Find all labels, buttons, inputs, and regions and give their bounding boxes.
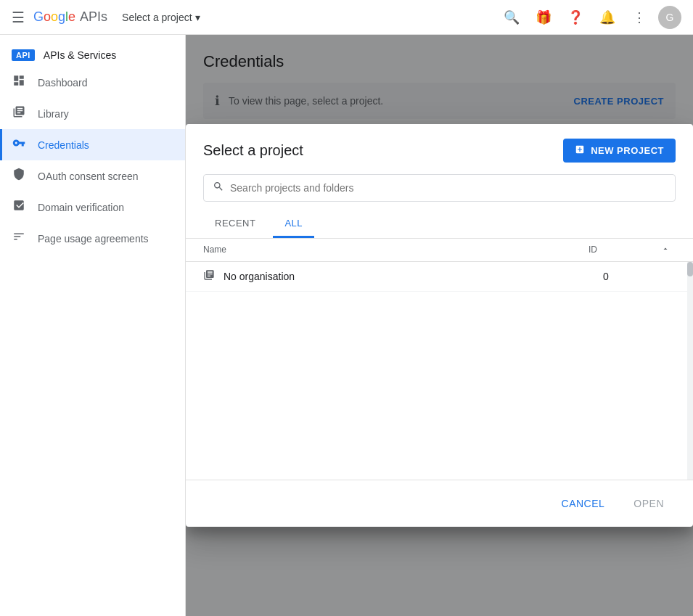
dialog-tabs: RECENT ALL bbox=[186, 210, 693, 239]
logo-e: e bbox=[68, 9, 75, 24]
sidebar-item-dashboard[interactable]: Dashboard bbox=[0, 67, 185, 98]
new-project-label: NEW PROJECT bbox=[591, 145, 664, 156]
api-badge: API bbox=[12, 49, 35, 61]
domain-icon bbox=[12, 199, 26, 215]
more-icon[interactable]: ⋮ bbox=[626, 4, 652, 30]
topbar-icons: 🔍 🎁 ❓ 🔔 ⋮ G bbox=[499, 4, 681, 30]
oauth-label: OAuth consent screen bbox=[38, 171, 139, 182]
dashboard-icon bbox=[12, 74, 26, 91]
cancel-button[interactable]: CANCEL bbox=[550, 492, 617, 515]
logo-g2: g bbox=[58, 9, 65, 24]
search-input-wrap bbox=[203, 174, 676, 202]
layout: API APIs & Services Dashboard Library Cr… bbox=[0, 35, 693, 616]
sidebar-item-page[interactable]: Page usage agreements bbox=[0, 223, 185, 254]
modal-overlay: Select a project NEW PROJECT bbox=[186, 35, 693, 616]
dashboard-label: Dashboard bbox=[38, 77, 88, 89]
logo-o1: o bbox=[44, 9, 51, 24]
topbar: ☰ Google APIs Select a project ▾ 🔍 🎁 ❓ 🔔… bbox=[0, 0, 693, 35]
main-content: Credentials ℹ To view this page, select … bbox=[186, 35, 693, 616]
row-name: No organisation bbox=[224, 271, 603, 282]
dropdown-icon: ▾ bbox=[195, 12, 200, 23]
logo-g: G bbox=[33, 9, 44, 24]
domain-label: Domain verification bbox=[38, 202, 124, 213]
search-icon[interactable]: 🔍 bbox=[499, 4, 525, 30]
credentials-label: Credentials bbox=[38, 139, 89, 151]
dialog-search bbox=[186, 174, 693, 210]
library-icon bbox=[12, 105, 26, 122]
new-project-icon bbox=[575, 144, 585, 157]
sidebar-item-oauth[interactable]: OAuth consent screen bbox=[0, 160, 185, 192]
notification-icon[interactable]: 🔔 bbox=[594, 4, 620, 30]
row-id: 0 bbox=[603, 271, 676, 282]
project-selector[interactable]: Select a project ▾ bbox=[122, 12, 200, 23]
col-scroll bbox=[661, 245, 676, 255]
logo-apis: APIs bbox=[80, 9, 107, 25]
logo-o2: o bbox=[51, 9, 58, 24]
sidebar-title: APIs & Services bbox=[44, 49, 116, 61]
new-project-button[interactable]: NEW PROJECT bbox=[563, 139, 676, 163]
sidebar-item-library[interactable]: Library bbox=[0, 98, 185, 129]
org-icon bbox=[203, 269, 215, 284]
oauth-icon bbox=[12, 168, 26, 184]
google-logo: Google APIs bbox=[33, 9, 107, 25]
dialog-header: Select a project NEW PROJECT bbox=[186, 124, 693, 174]
library-label: Library bbox=[38, 108, 69, 120]
avatar[interactable]: G bbox=[658, 6, 681, 29]
sidebar-item-domain[interactable]: Domain verification bbox=[0, 192, 185, 223]
table-header: Name ID bbox=[186, 239, 693, 262]
menu-icon[interactable]: ☰ bbox=[12, 9, 25, 26]
page-label: Page usage agreements bbox=[38, 233, 149, 245]
gift-icon[interactable]: 🎁 bbox=[530, 4, 557, 30]
scroll-thumb bbox=[687, 262, 693, 276]
open-button[interactable]: OPEN bbox=[622, 492, 676, 515]
search-icon bbox=[213, 181, 224, 195]
table-row[interactable]: No organisation 0 bbox=[186, 262, 693, 292]
tab-all[interactable]: ALL bbox=[273, 210, 314, 238]
help-icon[interactable]: ❓ bbox=[562, 4, 589, 30]
search-input[interactable] bbox=[230, 182, 666, 194]
scroll-indicator bbox=[687, 262, 693, 480]
tab-recent[interactable]: RECENT bbox=[203, 210, 267, 238]
dialog-title: Select a project bbox=[203, 142, 303, 159]
sidebar: API APIs & Services Dashboard Library Cr… bbox=[0, 35, 186, 616]
dialog-table: Name ID No organisation 0 bbox=[186, 239, 693, 480]
col-id-header: ID bbox=[589, 245, 661, 255]
table-body: No organisation 0 bbox=[186, 262, 693, 480]
dialog-footer: CANCEL OPEN bbox=[186, 480, 693, 527]
credentials-icon bbox=[12, 136, 26, 153]
page-icon bbox=[12, 230, 26, 247]
col-name-header: Name bbox=[203, 245, 589, 255]
sidebar-item-credentials[interactable]: Credentials bbox=[0, 129, 185, 160]
select-project-dialog: Select a project NEW PROJECT bbox=[186, 124, 693, 527]
sidebar-header: API APIs & Services bbox=[0, 41, 185, 67]
project-selector-label: Select a project bbox=[122, 12, 192, 23]
